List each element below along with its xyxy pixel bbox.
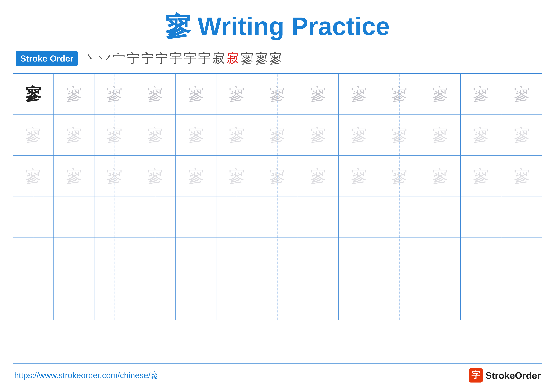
grid-cell[interactable] xyxy=(379,279,420,320)
grid-cell[interactable] xyxy=(501,238,542,279)
grid-cell[interactable] xyxy=(379,197,420,238)
title-char: 寥 xyxy=(165,12,190,40)
grid-cell[interactable] xyxy=(135,238,176,279)
grid-cell[interactable]: 寥 xyxy=(501,74,542,114)
grid-cell[interactable] xyxy=(54,279,95,320)
cell-char: 寥 xyxy=(66,86,82,102)
grid-cell[interactable]: 寥 xyxy=(13,156,54,197)
grid-cell[interactable]: 寥 xyxy=(461,156,502,197)
grid-cell[interactable] xyxy=(216,279,257,320)
grid-cell[interactable] xyxy=(257,279,298,320)
grid-cell[interactable]: 寥 xyxy=(379,115,420,156)
footer-url[interactable]: https://www.strokeorder.com/chinese/寥 xyxy=(14,370,159,381)
grid-cell[interactable] xyxy=(420,238,461,279)
grid-cell[interactable]: 寥 xyxy=(94,156,135,197)
grid-cell[interactable]: 寥 xyxy=(54,115,95,156)
grid-cell[interactable] xyxy=(461,279,502,320)
grid-cell[interactable] xyxy=(135,279,176,320)
grid-cell[interactable]: 寥 xyxy=(13,74,54,114)
cell-char: 寥 xyxy=(25,86,41,102)
grid-cell[interactable] xyxy=(461,238,502,279)
cell-char: 寥 xyxy=(229,127,245,143)
grid-cell[interactable]: 寥 xyxy=(176,156,217,197)
grid-cell[interactable]: 寥 xyxy=(94,74,135,114)
title-text: Writing Practice xyxy=(190,12,390,40)
grid-cell[interactable] xyxy=(94,238,135,279)
grid-cell[interactable] xyxy=(501,279,542,320)
grid-cell[interactable]: 寥 xyxy=(298,74,339,114)
cell-char: 寥 xyxy=(188,86,204,102)
grid-cell[interactable] xyxy=(13,197,54,238)
grid-cell[interactable]: 寥 xyxy=(257,156,298,197)
grid-cell[interactable]: 寥 xyxy=(501,115,542,156)
grid-cell[interactable]: 寥 xyxy=(379,74,420,114)
cell-char: 寥 xyxy=(514,86,530,102)
grid-cell[interactable]: 寥 xyxy=(379,156,420,197)
grid-cell[interactable] xyxy=(298,279,339,320)
grid-cell[interactable]: 寥 xyxy=(461,74,502,114)
grid-cell[interactable]: 寥 xyxy=(420,74,461,114)
grid-cell[interactable]: 寥 xyxy=(54,74,95,114)
grid-cell[interactable] xyxy=(13,238,54,279)
grid-cell[interactable] xyxy=(135,197,176,238)
grid-cell[interactable] xyxy=(54,238,95,279)
stroke-5: 宁 xyxy=(141,50,154,67)
stroke-14: 寥 xyxy=(269,50,282,67)
grid-cell[interactable] xyxy=(420,197,461,238)
grid-cell[interactable] xyxy=(298,238,339,279)
grid-cell[interactable]: 寥 xyxy=(135,115,176,156)
cell-char: 寥 xyxy=(432,86,448,102)
grid-cell[interactable] xyxy=(339,279,380,320)
grid-cell[interactable]: 寥 xyxy=(298,115,339,156)
brand-icon: 字 xyxy=(469,368,483,383)
grid-cell[interactable] xyxy=(339,197,380,238)
grid-cell[interactable]: 寥 xyxy=(176,115,217,156)
grid-cell[interactable] xyxy=(94,197,135,238)
grid-cell[interactable]: 寥 xyxy=(135,74,176,114)
grid-cell[interactable] xyxy=(13,279,54,320)
grid-cell[interactable] xyxy=(257,197,298,238)
grid-cell[interactable] xyxy=(379,238,420,279)
grid-cell[interactable] xyxy=(94,279,135,320)
grid-cell[interactable]: 寥 xyxy=(257,74,298,114)
grid-cell[interactable]: 寥 xyxy=(501,156,542,197)
grid-cell[interactable]: 寥 xyxy=(339,156,380,197)
grid-cell[interactable]: 寥 xyxy=(135,156,176,197)
stroke-3: 宀 xyxy=(113,50,125,67)
grid-cell[interactable] xyxy=(176,197,217,238)
grid-cell[interactable] xyxy=(298,197,339,238)
grid-cell[interactable]: 寥 xyxy=(216,74,257,114)
grid-cell[interactable]: 寥 xyxy=(54,156,95,197)
cell-char: 寥 xyxy=(473,127,489,143)
grid-cell[interactable] xyxy=(176,238,217,279)
grid-cell[interactable] xyxy=(339,238,380,279)
stroke-8: 宇 xyxy=(184,50,197,67)
cell-char: 寥 xyxy=(188,168,204,184)
footer-brand: 字 StrokeOrder xyxy=(469,368,541,383)
grid-cell[interactable]: 寥 xyxy=(13,115,54,156)
grid-cell[interactable]: 寥 xyxy=(339,74,380,114)
grid-cell[interactable]: 寥 xyxy=(94,115,135,156)
grid-cell[interactable] xyxy=(257,238,298,279)
grid-cell[interactable]: 寥 xyxy=(420,156,461,197)
grid-cell[interactable]: 寥 xyxy=(298,156,339,197)
grid-cell[interactable] xyxy=(216,238,257,279)
stroke-9: 宇 xyxy=(198,50,211,67)
cell-char: 寥 xyxy=(310,127,326,143)
grid-cell[interactable] xyxy=(216,197,257,238)
grid-cell[interactable] xyxy=(54,197,95,238)
grid-cell[interactable] xyxy=(501,197,542,238)
grid-cell[interactable]: 寥 xyxy=(461,115,502,156)
grid-cell[interactable]: 寥 xyxy=(420,115,461,156)
grid-cell[interactable]: 寥 xyxy=(339,115,380,156)
stroke-6: 宁 xyxy=(155,50,168,67)
cell-char: 寥 xyxy=(66,127,82,143)
grid-cell[interactable] xyxy=(420,279,461,320)
cell-char: 寥 xyxy=(351,168,367,184)
grid-cell[interactable]: 寥 xyxy=(257,115,298,156)
grid-cell[interactable]: 寥 xyxy=(216,156,257,197)
grid-cell[interactable] xyxy=(461,197,502,238)
grid-cell[interactable] xyxy=(176,279,217,320)
grid-cell[interactable]: 寥 xyxy=(176,74,217,114)
grid-cell[interactable]: 寥 xyxy=(216,115,257,156)
